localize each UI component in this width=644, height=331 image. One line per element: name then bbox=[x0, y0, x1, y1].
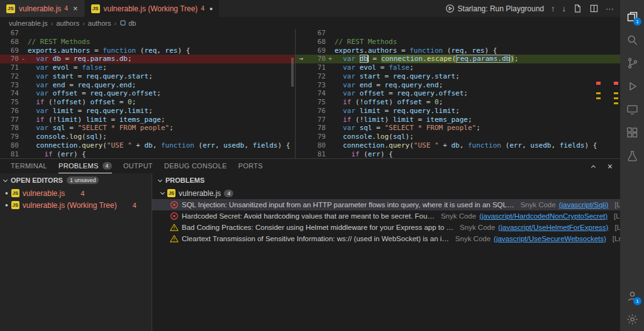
panel-tab-debug-console[interactable]: DEBUG CONSOLE bbox=[164, 159, 227, 173]
code-line[interactable]: 74 var offset = req.query.offset; bbox=[0, 89, 295, 98]
more-actions-icon[interactable]: ··· bbox=[606, 4, 614, 13]
code-line[interactable]: 67 bbox=[0, 29, 295, 38]
breadcrumb[interactable]: vulnerable.js›authors›authors›db bbox=[0, 17, 620, 29]
code-line[interactable]: 79 console.log(sql); bbox=[0, 133, 295, 141]
search-icon[interactable] bbox=[620, 28, 644, 52]
code-line[interactable]: 69exports.authors = function (req, res) … bbox=[0, 46, 295, 55]
code-line[interactable]: 74 var offset = req.query.offset; bbox=[296, 89, 620, 98]
panel-close-icon[interactable]: × bbox=[608, 162, 613, 171]
vscode-window: JSvulnerable.js4×JSvulnerable.js (Workin… bbox=[0, 0, 644, 331]
code-line[interactable]: 81 if (err) { bbox=[0, 150, 295, 159]
code-line[interactable]: 78 var sql = "SELECT * FROM people"; bbox=[0, 124, 295, 133]
breadcrumb-item[interactable]: authors bbox=[88, 19, 111, 27]
diff-marker bbox=[19, 29, 28, 38]
breadcrumb-item[interactable]: authors bbox=[56, 19, 79, 27]
code-text bbox=[28, 29, 295, 38]
problem-row[interactable]: Bad Coding Practices: Consider using Hel… bbox=[152, 222, 620, 233]
revert-change-arrow-icon[interactable]: → bbox=[296, 55, 307, 63]
account-icon[interactable]: 1 bbox=[620, 285, 644, 308]
code-line[interactable]: 75 if (!offset) offset = 0; bbox=[0, 98, 295, 107]
panel-tab-output[interactable]: OUTPUT bbox=[123, 159, 153, 173]
diff-marker bbox=[326, 116, 335, 124]
problem-code-link[interactable]: (javascript/UseHelmetForExpress) bbox=[498, 224, 608, 231]
problem-message: Bad Coding Practices: Consider using Hel… bbox=[182, 224, 453, 231]
open-editors-header[interactable]: OPEN EDITORS 1 unsaved bbox=[0, 173, 152, 187]
code-line[interactable]: 75 if (!offset) offset = 0; bbox=[296, 98, 620, 107]
problem-row[interactable]: Hardcoded Secret: Avoid hardcoding value… bbox=[152, 210, 620, 222]
panel-tabs: TERMINALPROBLEMS4OUTPUTDEBUG CONSOLEPORT… bbox=[11, 159, 263, 173]
code-line[interactable]: 79 console.log(sql); bbox=[296, 133, 620, 141]
next-change-icon[interactable]: ↓ bbox=[562, 4, 567, 13]
code-line[interactable]: 70- var db = req.params.db; bbox=[0, 55, 295, 63]
panel-tab-terminal[interactable]: TERMINAL bbox=[11, 159, 47, 173]
code-line[interactable]: 71 var evol = false; bbox=[296, 63, 620, 72]
code-line[interactable]: 67 bbox=[296, 29, 620, 38]
code-line[interactable]: 69exports.authors = function (req, res) … bbox=[296, 46, 620, 55]
unsaved-dot-icon[interactable]: ● bbox=[209, 6, 213, 12]
panel-actions: × bbox=[590, 159, 620, 173]
problems-title: PROBLEMS bbox=[165, 176, 204, 184]
diff-marker bbox=[326, 107, 335, 116]
line-number: 73 bbox=[307, 81, 326, 90]
code-line[interactable]: 76 var limit = req.query.limit; bbox=[0, 107, 295, 116]
warning-mark bbox=[596, 92, 601, 94]
open-file-icon[interactable] bbox=[573, 4, 582, 13]
problems-file-row[interactable]: JS vulnerable.js 4 bbox=[152, 187, 620, 199]
problem-row[interactable]: Cleartext Transmission of Sensitive Info… bbox=[152, 233, 620, 244]
diff-action-gutter bbox=[296, 150, 307, 159]
diff-original-pane[interactable]: 6768// REST Methods69exports.authors = f… bbox=[0, 29, 296, 158]
close-icon[interactable]: × bbox=[73, 4, 78, 13]
extensions-icon[interactable] bbox=[620, 121, 644, 144]
code-line[interactable]: 68// REST Methods bbox=[0, 38, 295, 46]
panel-tab-problems[interactable]: PROBLEMS4 bbox=[58, 159, 112, 173]
explorer-icon[interactable]: 1 bbox=[620, 5, 644, 28]
split-editor-icon[interactable] bbox=[589, 4, 599, 13]
code-line[interactable]: 77 if (!limit) limit = items_page; bbox=[0, 116, 295, 124]
line-number: 68 bbox=[307, 38, 326, 46]
problems-header[interactable]: PROBLEMS bbox=[152, 173, 620, 187]
problems-file-name: vulnerable.js bbox=[179, 189, 221, 198]
panel-maximize-icon[interactable] bbox=[590, 163, 597, 170]
diff-marker bbox=[19, 116, 28, 124]
code-line[interactable]: 80 connection.query("USE " + db, functio… bbox=[296, 141, 620, 150]
code-line[interactable]: 73 var end = req.query.end; bbox=[296, 81, 620, 90]
code-text: var evol = false; bbox=[28, 63, 295, 72]
code-line[interactable]: →70+ var db = connection.escape(req.para… bbox=[296, 55, 620, 63]
open-editor-item[interactable]: ●JSvulnerable.js (Working Tree)4 bbox=[0, 199, 152, 211]
scrollbar-thumb[interactable] bbox=[291, 58, 294, 87]
panel-tab-ports[interactable]: PORTS bbox=[238, 159, 263, 173]
problem-code-link[interactable]: (javascript/HardcodedNonCryptoSecret) bbox=[479, 212, 608, 220]
source-control-icon[interactable] bbox=[620, 52, 644, 75]
run-playground-button[interactable]: Starlang: Run Playground bbox=[445, 4, 544, 13]
code-line[interactable]: 71 var evol = false; bbox=[0, 63, 295, 72]
open-editor-item[interactable]: ●JSvulnerable.js4 bbox=[0, 187, 152, 199]
code-line[interactable]: 80 connection.query("USE " + db, functio… bbox=[0, 141, 295, 150]
remote-explorer-icon[interactable] bbox=[620, 98, 644, 121]
problem-code-link[interactable]: (javascript/Sqli) bbox=[559, 201, 609, 209]
diff-modified-pane[interactable]: 6768// REST Methods69exports.authors = f… bbox=[296, 29, 620, 158]
diff-marker bbox=[326, 124, 335, 133]
code-line[interactable]: 76 var limit = req.query.limit; bbox=[296, 107, 620, 116]
run-debug-icon[interactable] bbox=[620, 75, 644, 98]
code-text: var start = req.query.start; bbox=[335, 72, 620, 81]
problems-count: 4 bbox=[80, 190, 84, 197]
breadcrumb-item[interactable]: vulnerable.js bbox=[9, 19, 48, 27]
code-text: // REST Methods bbox=[28, 38, 295, 46]
problem-row[interactable]: SQL Injection: Unsanitized input from an… bbox=[152, 199, 620, 210]
code-line[interactable]: 77 if (!limit) limit = items_page; bbox=[296, 116, 620, 124]
previous-change-icon[interactable]: ↑ bbox=[551, 4, 555, 13]
problem-code-link[interactable]: (javascript/UseSecureWebsockets) bbox=[494, 235, 606, 242]
line-number: 69 bbox=[307, 46, 326, 55]
code-line[interactable]: 73 var end = req.query.end; bbox=[0, 81, 295, 90]
code-line[interactable]: 72 var start = req.query.start; bbox=[296, 72, 620, 81]
code-line[interactable]: 81 if (err) { bbox=[296, 150, 620, 159]
settings-icon[interactable] bbox=[620, 308, 644, 331]
breadcrumb-item[interactable]: db bbox=[119, 19, 136, 27]
editor-tab[interactable]: JSvulnerable.js (Working Tree)4● bbox=[85, 0, 220, 17]
editor-tab[interactable]: JSvulnerable.js4× bbox=[0, 0, 85, 17]
code-text: var db = req.params.db; bbox=[28, 55, 295, 63]
code-line[interactable]: 72 var start = req.query.start; bbox=[0, 72, 295, 81]
testing-icon[interactable] bbox=[620, 144, 644, 168]
code-line[interactable]: 68// REST Methods bbox=[296, 38, 620, 46]
code-line[interactable]: 78 var sql = "SELECT * FROM people"; bbox=[296, 124, 620, 133]
